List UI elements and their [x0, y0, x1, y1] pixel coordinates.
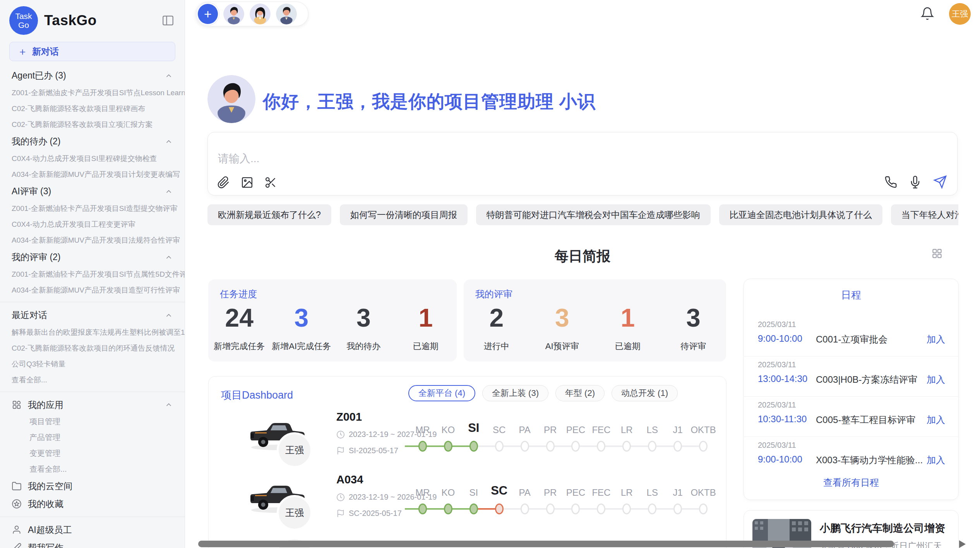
collapse-sidebar-icon[interactable]: [161, 14, 175, 27]
divider: [0, 517, 185, 517]
event-time: 9:00-10:00: [758, 454, 802, 465]
milestone-stop: SC: [487, 476, 512, 521]
phone-icon[interactable]: [884, 176, 897, 188]
sidebar-item[interactable]: Z001-全新燃油皮卡产品开发项目SI节点Lesson Learn报告: [0, 85, 185, 101]
app-item-change-mgmt[interactable]: 变更管理: [0, 445, 185, 461]
greeting-text: 你好，王强，我是你的项目管理助理 小识: [263, 90, 596, 114]
sidebar-item[interactable]: A034-全新新能源MUV产品开发项目造型可行性评审: [0, 282, 185, 298]
chevron-up-icon[interactable]: [164, 72, 173, 80]
tab-new-body[interactable]: 全新上装 (3): [482, 385, 548, 401]
sidebar-item[interactable]: A034-全新新能源MUV产品开发项目法规符合性评审: [0, 232, 185, 248]
chevron-up-icon[interactable]: [164, 187, 173, 196]
my-cloud-space[interactable]: 我的云空间: [0, 477, 185, 495]
view-all-apps-link[interactable]: 查看全部...: [0, 461, 185, 477]
chat-input[interactable]: [218, 152, 682, 165]
milestone-stop: MR: [410, 476, 435, 521]
agent-avatar-2[interactable]: [250, 3, 271, 24]
milestone-node-overdue: [495, 503, 504, 514]
notification-bell-icon[interactable]: [920, 7, 934, 21]
image-icon[interactable]: [241, 176, 254, 189]
chevron-up-icon[interactable]: [164, 311, 173, 320]
section-ai-review[interactable]: AI评审 (3): [0, 182, 185, 200]
ai-super-staff[interactable]: AI超级员工: [0, 521, 185, 539]
project-row[interactable]: 王强 A034 2023-12-19 ~ 2026-01-19 SC-2025-…: [209, 473, 726, 534]
tab-new-platform[interactable]: 全新平台 (4): [408, 385, 475, 401]
section-title: Agent已办 (3): [12, 70, 66, 82]
section-my-review[interactable]: 我的评审 (2): [0, 248, 185, 266]
recent-chat-item[interactable]: 解释最新出台的欧盟报废车法规再生塑料比例被调至15%...: [0, 324, 185, 340]
join-button[interactable]: 加入: [927, 333, 945, 346]
section-my-todo[interactable]: 我的待办 (2): [0, 132, 185, 151]
milestone-node-todo: [622, 441, 631, 452]
view-all-schedule-link[interactable]: 查看所有日程: [744, 476, 958, 489]
card-title: 我的评审: [475, 288, 512, 300]
scissors-icon[interactable]: [264, 176, 277, 189]
stat-value: 2: [464, 304, 529, 331]
project-flag: SC-2025-05-17: [336, 509, 402, 518]
join-button[interactable]: 加入: [927, 373, 945, 386]
stat-my-todo: 3 我的待办: [332, 304, 395, 352]
help-me-write[interactable]: 帮我写作: [0, 539, 185, 548]
milestone-label: PR: [538, 487, 563, 498]
schedule-title: 日程: [744, 288, 958, 302]
sidebar-item[interactable]: C0X4-动力总成开发项目SI里程碑提交物检查: [0, 151, 185, 166]
assistant-avatar: [207, 75, 255, 123]
horizontal-scrollbar[interactable]: [198, 541, 894, 547]
sidebar-item[interactable]: C02-飞腾新能源轻客改款项目里程碑画布: [0, 101, 185, 116]
milestone-label: KO: [435, 425, 461, 435]
milestone-stop: PEC: [563, 476, 589, 521]
stat-ai-done: 3 新增AI完成任务: [271, 304, 333, 352]
send-icon[interactable]: [933, 175, 947, 189]
milestone-node-todo: [571, 503, 580, 514]
join-button[interactable]: 加入: [927, 454, 945, 466]
milestone-label: J1: [665, 487, 690, 498]
milestone-stop: KO: [435, 414, 461, 459]
section-agent-done[interactable]: Agent已办 (3): [0, 67, 185, 85]
project-row[interactable]: 王强 Z001 2023-12-19 ~ 2027-01-19 SI-2025-…: [209, 410, 726, 472]
suggestion-chip[interactable]: 欧洲新规最近颁布了什么?: [207, 204, 331, 225]
tab-powertrain[interactable]: 动总开发 (1): [612, 385, 678, 401]
sidebar-item[interactable]: C02-飞腾新能源轻客改款项目立项汇报方案: [0, 116, 185, 132]
app-item-project-mgmt[interactable]: 项目管理: [0, 414, 185, 430]
milestone-stop: OKTB: [690, 414, 716, 459]
agent-avatar-1[interactable]: [223, 3, 244, 24]
suggestion-chip[interactable]: 比亚迪全固态电池计划具体说了什么: [719, 204, 882, 225]
user-avatar[interactable]: 王强: [949, 3, 971, 25]
section-recent-chats[interactable]: 最近对话: [0, 306, 185, 324]
tab-year-model[interactable]: 年型 (2): [555, 385, 605, 401]
recent-chat-item[interactable]: C02-飞腾新能源轻客改款项目的闭环通告反馈情况: [0, 340, 185, 356]
agent-avatar-3[interactable]: [276, 3, 297, 24]
join-button[interactable]: 加入: [927, 414, 945, 426]
scroll-right-arrow[interactable]: [959, 540, 966, 548]
attachment-icon[interactable]: [217, 176, 230, 189]
app-item-product-mgmt[interactable]: 产品管理: [0, 430, 185, 445]
microphone-icon[interactable]: [909, 176, 922, 188]
schedule-event: 2025/03/11 9:00-10:00 X003-车辆动力学性能验... 加…: [744, 437, 958, 477]
star-icon: [12, 499, 22, 509]
stat-value: 1: [395, 304, 457, 331]
suggestion-chip[interactable]: 如何写一份清晰的项目周报: [340, 204, 468, 225]
layout-grid-icon[interactable]: [931, 248, 943, 259]
sidebar-item[interactable]: Z001-全新燃油轻卡产品开发项目SI造型提交物评审: [0, 200, 185, 216]
stat-overdue: 1 已逾期: [595, 304, 661, 352]
sidebar-item[interactable]: C0X4-动力总成开发项目工程变更评审: [0, 216, 185, 232]
chevron-up-icon[interactable]: [164, 253, 173, 262]
view-all-chats-link[interactable]: 查看全部...: [0, 372, 185, 388]
suggestion-chip[interactable]: 当下年轻人对汽车外观有怎样的喜好趋势: [891, 204, 958, 225]
milestone-node-todo: [673, 503, 682, 514]
clock-icon: [336, 493, 345, 502]
my-apps-group[interactable]: 我的应用: [0, 396, 185, 414]
sidebar-item[interactable]: A034-全新新能源MUV产品开发项目计划变更表编写: [0, 166, 185, 182]
chevron-up-icon[interactable]: [164, 401, 173, 409]
new-chat-button[interactable]: ＋ 新对话: [9, 42, 175, 61]
chevron-up-icon[interactable]: [164, 137, 173, 146]
milestone-label: KO: [435, 487, 461, 498]
milestone-stop: FEC: [588, 476, 614, 521]
my-favorites[interactable]: 我的收藏: [0, 495, 185, 513]
project-name: Z001: [336, 411, 362, 423]
add-agent-button[interactable]: +: [198, 4, 218, 24]
suggestion-chip[interactable]: 特朗普可能对进口汽车增税会对中国车企造成哪些影响: [476, 204, 711, 225]
milestone-node-todo: [648, 441, 656, 452]
recent-chat-item[interactable]: 公司Q3轻卡销量: [0, 356, 185, 372]
sidebar-item[interactable]: Z001-全新燃油轻卡产品开发项目SI节点属性5D文件评审: [0, 266, 185, 282]
